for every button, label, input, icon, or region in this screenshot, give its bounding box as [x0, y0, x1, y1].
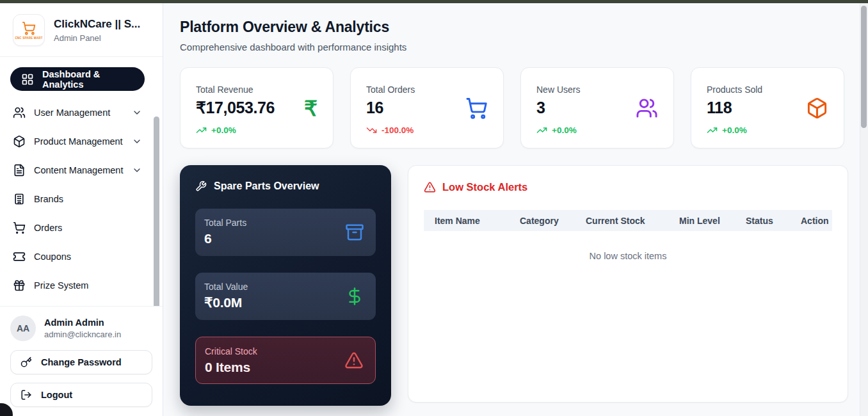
- stat-label: Products Sold: [707, 84, 828, 95]
- column-header: Current Stock: [575, 216, 668, 226]
- column-header: Item Name: [424, 216, 509, 226]
- sidebar-item-label: Content Management: [34, 165, 123, 175]
- package-icon: [806, 97, 828, 119]
- brand-logo: CNC SPARE MART: [13, 14, 45, 46]
- sidebar-scrollbar[interactable]: [154, 116, 159, 306]
- sidebar-item-dashboard[interactable]: Dashboard & Analytics: [10, 67, 145, 91]
- chevron-down-icon: [132, 108, 142, 118]
- spare-stat-label: Total Parts: [204, 218, 366, 228]
- cart-logo-icon: [22, 21, 36, 35]
- users-icon: [636, 97, 658, 119]
- logout-label: Logout: [41, 390, 72, 400]
- sidebar-footer: AA Admin Admin admin@clickncare.in Chang…: [0, 306, 163, 416]
- trending-up-icon: [707, 125, 718, 136]
- stat-change-value: +0.0%: [552, 125, 577, 135]
- logout-button[interactable]: Logout: [10, 383, 152, 407]
- brand-logo-text: CNC SPARE MART: [15, 36, 42, 40]
- brand-title: ClickNCare || S...: [54, 18, 140, 31]
- stat-card-new-users: New Users 3 +0.0%: [520, 67, 674, 148]
- cart-icon: [465, 97, 488, 119]
- spare-parts-title: Spare Parts Overview: [214, 180, 319, 192]
- empty-state-message: No low stock items: [424, 251, 832, 261]
- stat-value: ₹17,053.76: [196, 99, 317, 117]
- sidebar-item-label: Coupons: [34, 252, 71, 262]
- spare-parts-header: Spare Parts Overview: [195, 180, 376, 192]
- users-icon: [13, 106, 26, 119]
- spare-stat-label: Total Value: [204, 282, 366, 292]
- stat-label: Total Orders: [366, 84, 488, 95]
- user-profile: AA Admin Admin admin@clickncare.in: [10, 316, 152, 341]
- page-title: Platform Overview & Analytics: [180, 19, 846, 36]
- sidebar-nav: Dashboard & Analytics User Management Pr…: [0, 57, 163, 306]
- wrench-icon: [195, 180, 207, 192]
- stat-label: New Users: [536, 84, 658, 95]
- key-icon: [20, 356, 32, 368]
- spare-parts-overview-card: Spare Parts Overview Total Parts 6 Total…: [180, 165, 391, 406]
- sidebar-item-brands[interactable]: Brands: [10, 190, 145, 208]
- spare-stat-value: 0 Items: [205, 360, 365, 375]
- avatar: AA: [10, 316, 36, 341]
- stat-change-value: +0.0%: [722, 125, 747, 135]
- chevron-down-icon: [132, 136, 142, 147]
- sidebar-item-label: User Management: [34, 108, 110, 118]
- dollar-icon: [345, 287, 364, 306]
- building-icon: [13, 193, 26, 205]
- sidebar-item-label: Brands: [34, 194, 63, 204]
- stats-row: Total Revenue ₹17,053.76 +0.0% ₹ Total O…: [180, 67, 846, 148]
- column-header: Category: [509, 216, 575, 226]
- column-header: Action: [790, 216, 832, 226]
- logout-icon: [20, 389, 32, 401]
- alert-triangle-icon: [424, 181, 436, 193]
- stat-card-total-revenue: Total Revenue ₹17,053.76 +0.0% ₹: [180, 67, 334, 148]
- low-stock-table-header: Item Name Category Current Stock Min Lev…: [424, 210, 832, 231]
- stat-change: -100.0%: [366, 125, 488, 136]
- dashboard-grid-icon: [21, 73, 34, 86]
- stat-change-value: -100.0%: [382, 125, 414, 135]
- ticket-icon: [13, 250, 26, 263]
- column-header: Min Level: [668, 216, 735, 226]
- brand-subtitle: Admin Panel: [54, 33, 140, 43]
- stat-label: Total Revenue: [196, 84, 317, 95]
- sidebar-item-label: Prize System: [34, 280, 88, 291]
- stat-card-total-orders: Total Orders 16 -100.0%: [350, 67, 504, 148]
- stat-change: +0.0%: [536, 125, 658, 136]
- cart-icon: [13, 221, 26, 234]
- sidebar-item-label: Dashboard & Analytics: [42, 69, 134, 90]
- sidebar-item-content-management[interactable]: Content Management: [10, 161, 145, 179]
- spare-stat-value: 6: [204, 231, 366, 246]
- spare-stat-total-value: Total Value ₹0.0M: [195, 273, 376, 320]
- document-icon: [13, 164, 26, 177]
- sidebar-item-prize-system[interactable]: Prize System: [10, 276, 145, 294]
- sidebar-item-coupons[interactable]: Coupons: [10, 248, 145, 266]
- archive-icon: [345, 223, 364, 242]
- stat-change-value: +0.0%: [211, 125, 236, 135]
- sidebar-brand: CNC SPARE MART ClickNCare || S... Admin …: [0, 3, 163, 57]
- sidebar-item-orders[interactable]: Orders: [10, 219, 145, 237]
- low-stock-alerts-header: Low Stock Alerts: [424, 181, 832, 193]
- alert-triangle-icon: [344, 351, 364, 370]
- stat-change: +0.0%: [707, 125, 828, 136]
- rupee-icon: ₹: [304, 97, 317, 118]
- profile-name: Admin Admin: [44, 317, 121, 328]
- spare-stat-critical-stock: Critical Stock 0 Items: [195, 337, 376, 384]
- stat-card-products-sold: Products Sold 118 +0.0%: [691, 67, 844, 148]
- column-header: Status: [735, 216, 790, 226]
- spare-stat-value: ₹0.0M: [204, 295, 366, 310]
- trending-up-icon: [196, 125, 207, 136]
- sidebar-item-product-management[interactable]: Product Management: [10, 132, 145, 150]
- trending-up-icon: [536, 125, 547, 136]
- trending-down-icon: [366, 125, 377, 136]
- change-password-button[interactable]: Change Password: [10, 350, 152, 374]
- sidebar-item-user-management[interactable]: User Management: [10, 104, 145, 122]
- spare-stat-total-parts: Total Parts 6: [195, 209, 376, 256]
- sidebar-item-label: Orders: [34, 223, 62, 233]
- page-subtitle: Comprehensive dashboard with performance…: [180, 42, 846, 52]
- profile-email: admin@clickncare.in: [44, 330, 121, 339]
- browser-top-strip: [0, 0, 868, 3]
- change-password-label: Change Password: [41, 357, 122, 367]
- main-content: Platform Overview & Analytics Comprehens…: [164, 3, 868, 416]
- gift-icon: [13, 279, 26, 292]
- content-row: Spare Parts Overview Total Parts 6 Total…: [180, 165, 846, 406]
- low-stock-alerts-card: Low Stock Alerts Item Name Category Curr…: [408, 165, 848, 403]
- main-scrollbar[interactable]: [861, 6, 867, 128]
